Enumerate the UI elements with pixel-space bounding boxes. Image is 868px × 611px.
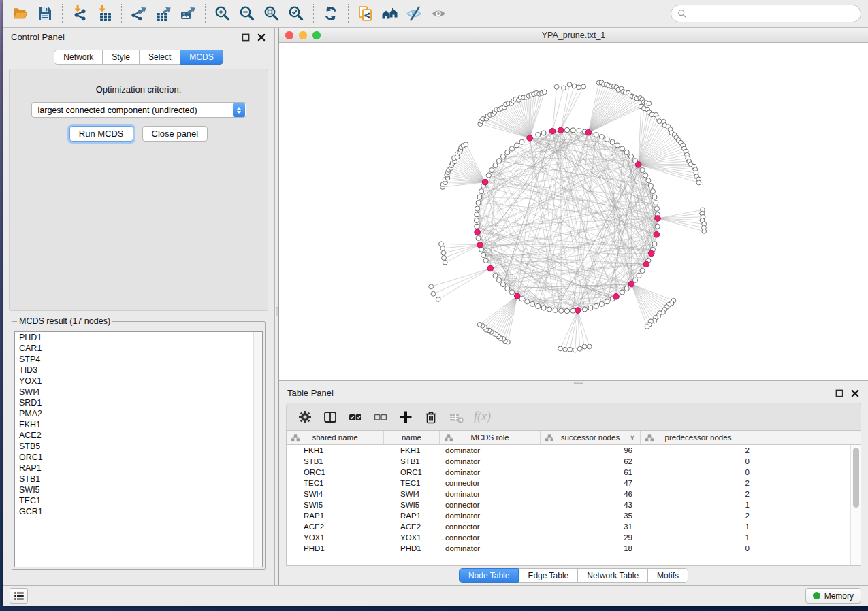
table-row[interactable]: ACE2ACE2connector311 <box>287 521 850 532</box>
control-panel: Control Panel NetworkStyleSelectMCDS O <box>3 28 274 585</box>
network-window-title: YPA_prune.txt_1 <box>279 31 868 40</box>
toolbar-separator <box>348 4 349 23</box>
memory-label: Memory <box>824 591 854 601</box>
select-all-button[interactable] <box>345 407 366 427</box>
zoom-out-icon <box>238 5 256 22</box>
table-scrollbar[interactable] <box>850 445 861 565</box>
mcds-result-item[interactable]: YOX1 <box>15 376 262 386</box>
table-row[interactable]: ORC1ORC1dominator610 <box>287 467 850 478</box>
mcds-result-group: MCDS result (17 nodes) PHD1CAR1STP4TID3Y… <box>12 316 266 570</box>
horizontal-splitter[interactable] <box>279 380 868 384</box>
column-header-predecessor-nodes[interactable]: predecessor nodes <box>641 431 756 444</box>
table-panel: Table Panel f(x) shared na <box>279 384 868 585</box>
columns-button[interactable] <box>320 407 340 427</box>
zoom-selected-button[interactable] <box>285 3 307 24</box>
mcds-result-item[interactable]: ACE2 <box>15 430 262 441</box>
search-input[interactable] <box>691 9 854 18</box>
optimization-criterion-select[interactable]: largest connected component (undirected) <box>31 102 246 118</box>
tab-network-table[interactable]: Network Table <box>578 568 648 583</box>
tab-style[interactable]: Style <box>103 50 140 65</box>
tab-node-table[interactable]: Node Table <box>459 568 519 583</box>
first-neighbors-button[interactable] <box>379 3 401 24</box>
table-row[interactable]: PHD1PHD1dominator180 <box>287 543 850 554</box>
table-row[interactable]: SWI5SWI5connector431 <box>287 499 850 510</box>
table-row[interactable]: TEC1TEC1connector472 <box>287 478 850 489</box>
function-builder-icon: f(x) <box>471 410 494 424</box>
zoom-out-button[interactable] <box>236 3 258 24</box>
hierarchy-icon <box>445 434 453 442</box>
network-graph[interactable] <box>279 43 868 380</box>
refresh-network-icon <box>322 5 340 22</box>
mcds-list-scrollbar[interactable] <box>253 332 262 567</box>
mcds-result-item[interactable]: STB5 <box>15 441 262 452</box>
save-session-button[interactable] <box>34 3 56 24</box>
search-box[interactable] <box>671 5 861 22</box>
mcds-result-list[interactable]: PHD1CAR1STP4TID3YOX1SWI4SRD1PMA2FKH1ACE2… <box>14 331 263 567</box>
mcds-result-item[interactable]: SWI4 <box>15 386 262 397</box>
export-network-button[interactable] <box>128 3 150 24</box>
add-row-button[interactable] <box>396 407 416 427</box>
export-network-icon <box>130 5 148 22</box>
show-all-button[interactable] <box>428 3 450 24</box>
hide-selected-button[interactable] <box>404 3 425 24</box>
main-toolbar <box>3 0 868 28</box>
run-mcds-button[interactable]: Run MCDS <box>69 126 133 142</box>
optimization-criterion-label: Optimization criterion: <box>96 84 182 95</box>
mcds-result-item[interactable]: TID3 <box>15 365 262 376</box>
table-row[interactable]: SWI4SWI4dominator462 <box>287 489 850 499</box>
open-session-button[interactable] <box>10 3 31 24</box>
unselect-all-button[interactable] <box>370 407 391 427</box>
delete-row-button[interactable] <box>421 407 441 427</box>
vertical-splitter[interactable] <box>274 28 279 585</box>
mcds-result-item[interactable]: CAR1 <box>15 343 262 354</box>
network-canvas[interactable] <box>279 43 868 380</box>
table-panel-tabs: Node TableEdge TableNetwork TableMotifs <box>459 568 688 583</box>
mcds-result-item[interactable]: RAP1 <box>15 463 262 474</box>
open-session-icon <box>12 5 29 22</box>
mcds-result-item[interactable]: SWI5 <box>15 484 262 495</box>
select-stepper-icon <box>233 103 245 117</box>
tab-mcds[interactable]: MCDS <box>180 50 223 65</box>
float-panel-button[interactable] <box>241 33 251 42</box>
zoom-fit-button[interactable] <box>261 3 283 24</box>
network-view-window: YPA_prune.txt_1 <box>279 28 868 380</box>
table-row[interactable]: RAP1RAP1dominator352 <box>287 510 850 521</box>
zoom-fit-icon <box>263 5 280 22</box>
tab-select[interactable]: Select <box>140 50 180 65</box>
table-row[interactable]: YOX1YOX1connector291 <box>287 532 850 543</box>
table-row[interactable]: FKH1FKH1dominator962 <box>287 445 850 456</box>
memory-button[interactable]: Memory <box>805 588 861 604</box>
duplicate-network-button[interactable] <box>355 3 376 24</box>
tab-network[interactable]: Network <box>54 50 103 65</box>
import-table-button[interactable] <box>93 3 115 24</box>
export-image-button[interactable] <box>177 3 199 24</box>
column-header-shared-name[interactable]: shared name <box>287 431 384 444</box>
mcds-result-item[interactable]: STP4 <box>15 354 262 365</box>
mcds-result-item[interactable]: TEC1 <box>15 495 262 506</box>
column-header-successor-nodes[interactable]: successor nodes∨ <box>541 431 641 444</box>
refresh-network-button[interactable] <box>320 3 342 24</box>
table-row[interactable]: STB1STB1dominator620 <box>287 456 850 467</box>
table-scrollbar-thumb[interactable] <box>853 448 859 508</box>
close-panel-button[interactable] <box>257 33 266 42</box>
mcds-result-item[interactable]: ORC1 <box>15 452 262 463</box>
mcds-result-item[interactable]: FKH1 <box>15 419 262 430</box>
mcds-result-item[interactable]: PMA2 <box>15 408 262 419</box>
tab-edge-table[interactable]: Edge Table <box>519 568 578 583</box>
column-header-MCDS-role[interactable]: MCDS role <box>440 431 541 444</box>
mcds-result-item[interactable]: STB1 <box>15 474 262 484</box>
table-float-button[interactable] <box>835 389 844 398</box>
gear-button[interactable] <box>295 407 315 427</box>
close-panel-action-button[interactable]: Close panel <box>142 126 208 142</box>
tab-motifs[interactable]: Motifs <box>648 568 688 583</box>
mcds-result-item[interactable]: GCR1 <box>15 506 262 517</box>
table-close-button[interactable] <box>850 389 860 398</box>
import-network-button[interactable] <box>69 3 91 24</box>
hierarchy-icon <box>291 434 300 442</box>
mcds-result-item[interactable]: PHD1 <box>15 332 262 343</box>
export-table-button[interactable] <box>152 3 174 24</box>
task-history-button[interactable] <box>10 588 28 604</box>
column-header-name[interactable]: name <box>384 431 440 444</box>
mcds-result-item[interactable]: SRD1 <box>15 397 262 408</box>
zoom-in-button[interactable] <box>212 3 234 24</box>
